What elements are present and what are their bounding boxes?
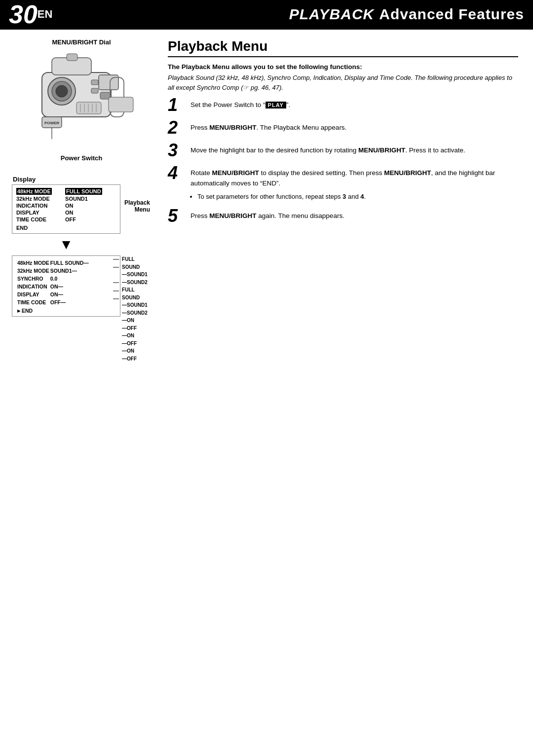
options-list: FULL SOUND —SOUND1 —SOUND2 FULL SOUND —S… <box>115 255 151 362</box>
table-row: DISPLAY ON— <box>17 291 89 298</box>
svg-rect-20 <box>109 97 133 112</box>
menu-item-value: OFF— <box>50 299 89 306</box>
step-4-bullets: To set parameters for other functions, r… <box>190 192 518 202</box>
option-group-32khz: FULL SOUND —SOUND1 —SOUND2 <box>122 286 151 317</box>
table-row: INDICATION ON <box>16 202 116 209</box>
menu-item-value: ON— <box>50 283 89 290</box>
option-item: —ON <box>122 317 151 324</box>
table-row: 32kHz MODE SOUND1— <box>17 267 89 274</box>
menu-box-expanded: 48kHz MODE FULL SOUND— 32kHz MODE SOUND1… <box>12 255 120 317</box>
menu-item-label: INDICATION <box>16 202 65 209</box>
features-word: Advanced Features <box>379 6 524 23</box>
menu-item-value: FULL SOUND— <box>50 259 89 266</box>
svg-rect-7 <box>91 80 98 85</box>
menu-bright-ref-3: MENU/BRIGHT <box>212 169 259 177</box>
camera-illustration: POWER <box>12 48 151 151</box>
section-title: Playback Menu <box>168 38 518 57</box>
menu-item-label: 48kHz MODE <box>16 187 65 195</box>
table-row: DISPLAY ON <box>16 209 116 216</box>
step-3-content: Move the highlight bar to the desired fu… <box>190 144 518 156</box>
option-item: —OFF <box>122 324 151 332</box>
arrow-down-icon: ▼ <box>12 237 120 252</box>
menu-table-1: 48kHz MODE FULL SOUND 32kHz MODE SOUND1 … <box>16 187 116 223</box>
menu-bright-ref-2: MENU/BRIGHT <box>358 146 405 154</box>
menu-item-label: DISPLAY <box>17 291 49 298</box>
camcorder-svg: POWER <box>27 48 136 151</box>
svg-rect-6 <box>67 54 77 61</box>
step-ref-3: 3 <box>343 193 346 200</box>
menu-item-label: TIME CODE <box>17 299 49 306</box>
page-header: 30EN PLAYBACK Advanced Features <box>0 0 533 30</box>
synchro-comp-ref: Synchro Comp <box>197 84 239 91</box>
option-group-display: —ON —OFF <box>122 332 151 347</box>
menu-item-value: ON <box>65 209 116 216</box>
option-group-indication: —ON —OFF <box>122 317 151 332</box>
bullet-item: To set parameters for other functions, r… <box>197 192 518 202</box>
menu-item-value: SOUND1 <box>65 195 116 202</box>
main-content: MENU/BRIGHT Dial <box>0 30 533 362</box>
playback-menu-label: Playback Menu <box>124 184 153 213</box>
right-column: Playback Menu The Playback Menu allows y… <box>158 30 533 362</box>
step-3: 3 Move the highlight bar to the desired … <box>168 144 518 159</box>
step-ref-4: 4 <box>360 193 364 200</box>
table-row: TIME CODE OFF— <box>17 299 89 306</box>
menu-item-label: TIME CODE <box>16 216 65 223</box>
end-arrow: ►END <box>16 308 116 314</box>
diagram-container: 48kHz MODE FULL SOUND— 32kHz MODE SOUND1… <box>12 255 151 362</box>
step-2: 2 Press MENU/BRIGHT. The Playback Menu a… <box>168 121 518 137</box>
svg-point-3 <box>56 85 68 97</box>
menu-table-2: 48kHz MODE FULL SOUND— 32kHz MODE SOUND1… <box>16 258 90 307</box>
highlighted-value: FULL SOUND <box>65 188 102 195</box>
option-group-timecode: —ON —OFF <box>122 347 151 362</box>
option-item: FULL SOUND <box>122 286 151 301</box>
display-label: Display <box>13 176 151 183</box>
step-5: 5 Press MENU/BRIGHT again. The menu disa… <box>168 209 518 225</box>
menu-item-value: ON— <box>50 291 89 298</box>
table-row: 48kHz MODE FULL SOUND <box>16 187 116 195</box>
menu-bright-label: MENU/BRIGHT Dial <box>12 38 151 46</box>
menu-box-2: 48kHz MODE FULL SOUND— 32kHz MODE SOUND1… <box>12 255 113 317</box>
step-4-content: Rotate MENU/BRIGHT to display the desire… <box>190 166 518 202</box>
option-item: FULL SOUND <box>122 255 151 271</box>
menu-item-value: ON <box>65 202 116 209</box>
menu-box-1: 48kHz MODE FULL SOUND 32kHz MODE SOUND1 … <box>12 184 120 234</box>
intro-italic-text: Playback Sound (32 kHz, 48 kHz), Synchro… <box>168 74 413 81</box>
step-5-content: Press MENU/BRIGHT again. The menu disapp… <box>190 209 518 221</box>
menu-item-value: 0.0 <box>50 275 89 282</box>
menu-bright-ref-5: MENU/BRIGHT <box>209 212 256 219</box>
option-item: —ON <box>122 332 151 340</box>
menu-item-label: 48kHz MODE <box>17 259 49 266</box>
step-1-number: 1 <box>168 96 187 114</box>
display-section: Display 48kHz MODE FULL SOUND 32kHz MODE… <box>12 176 151 362</box>
intro-bold: The Playback Menu allows you to set the … <box>168 63 518 71</box>
menu-item-label: SYNCHRO <box>17 275 49 282</box>
power-switch-label: Power Switch <box>12 154 151 162</box>
menu-item-value: SOUND1— <box>50 267 89 274</box>
menu-item-label: INDICATION <box>17 283 49 290</box>
option-group-48khz: FULL SOUND —SOUND1 —SOUND2 <box>122 255 151 286</box>
intro-italic: Playback Sound (32 kHz, 48 kHz), Synchro… <box>168 73 518 92</box>
menu-item-value: OFF <box>65 216 116 223</box>
table-row: SYNCHRO 0.0 <box>17 275 89 282</box>
option-item: —ON <box>122 347 151 355</box>
svg-rect-8 <box>91 88 98 93</box>
option-item: —SOUND1 <box>122 301 151 309</box>
svg-text:POWER: POWER <box>44 121 59 125</box>
play-badge: PLAY <box>266 102 286 108</box>
end-text: END <box>22 308 33 314</box>
camera-section: MENU/BRIGHT Dial <box>12 38 151 162</box>
menu-item-value: FULL SOUND <box>65 187 116 195</box>
table-row: 48kHz MODE FULL SOUND— <box>17 259 89 266</box>
step-3-number: 3 <box>168 142 187 159</box>
menu-item-label: 32kHz MODE <box>16 195 65 202</box>
steps-container: 1 Set the Power Switch to “PLAY”. 2 Pres… <box>168 98 518 225</box>
menu-item-label: 32kHz MODE <box>17 267 49 274</box>
en-sub: EN <box>38 9 53 20</box>
option-item: —SOUND2 <box>122 279 151 287</box>
option-item: —SOUND2 <box>122 309 151 317</box>
page-num-text: 30 <box>9 1 38 27</box>
table-row: 32kHz MODE SOUND1 <box>16 195 116 202</box>
playback-word: PLAYBACK <box>289 6 374 23</box>
left-column: MENU/BRIGHT Dial <box>0 30 158 362</box>
svg-rect-9 <box>100 92 110 99</box>
